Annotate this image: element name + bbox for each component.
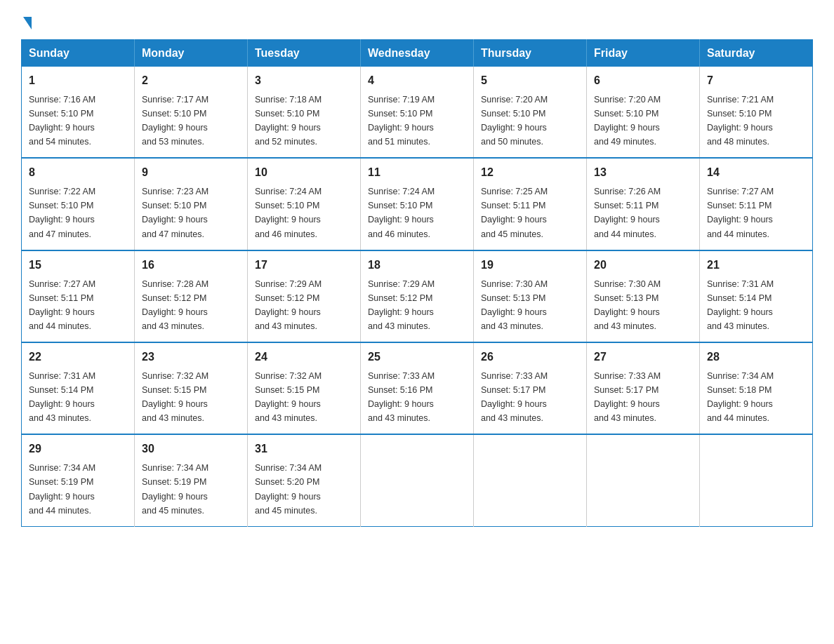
- day-number: 13: [594, 164, 692, 182]
- day-info: Sunrise: 7:18 AMSunset: 5:10 PMDaylight:…: [255, 95, 322, 147]
- calendar-cell: 13 Sunrise: 7:26 AMSunset: 5:11 PMDaylig…: [587, 158, 700, 250]
- day-number: 7: [707, 72, 805, 90]
- day-info: Sunrise: 7:27 AMSunset: 5:11 PMDaylight:…: [707, 187, 774, 239]
- calendar-cell: 21 Sunrise: 7:31 AMSunset: 5:14 PMDaylig…: [700, 250, 813, 342]
- day-number: 2: [142, 72, 240, 90]
- day-number: 15: [29, 257, 127, 274]
- calendar-cell: 22 Sunrise: 7:31 AMSunset: 5:14 PMDaylig…: [22, 342, 135, 434]
- day-number: 30: [142, 441, 240, 458]
- calendar-cell: [474, 434, 587, 526]
- calendar-cell: 19 Sunrise: 7:30 AMSunset: 5:13 PMDaylig…: [474, 250, 587, 342]
- calendar-cell: 8 Sunrise: 7:22 AMSunset: 5:10 PMDayligh…: [22, 158, 135, 250]
- calendar-week-row: 15 Sunrise: 7:27 AMSunset: 5:11 PMDaylig…: [22, 250, 813, 342]
- day-number: 22: [29, 349, 127, 366]
- day-number: 24: [255, 349, 353, 366]
- weekday-header-monday: Monday: [135, 40, 248, 67]
- calendar-cell: 7 Sunrise: 7:21 AMSunset: 5:10 PMDayligh…: [700, 67, 813, 158]
- day-info: Sunrise: 7:28 AMSunset: 5:12 PMDaylight:…: [142, 279, 208, 331]
- calendar-week-row: 8 Sunrise: 7:22 AMSunset: 5:10 PMDayligh…: [22, 158, 813, 250]
- day-number: 20: [594, 257, 692, 274]
- calendar-cell: 26 Sunrise: 7:33 AMSunset: 5:17 PMDaylig…: [474, 342, 587, 434]
- day-number: 29: [29, 441, 127, 458]
- calendar-cell: 9 Sunrise: 7:23 AMSunset: 5:10 PMDayligh…: [135, 158, 248, 250]
- day-info: Sunrise: 7:31 AMSunset: 5:14 PMDaylight:…: [29, 371, 95, 423]
- calendar-cell: 5 Sunrise: 7:20 AMSunset: 5:10 PMDayligh…: [474, 67, 587, 158]
- calendar-cell: 30 Sunrise: 7:34 AMSunset: 5:19 PMDaylig…: [135, 434, 248, 526]
- day-number: 19: [481, 257, 579, 274]
- weekday-header-row: SundayMondayTuesdayWednesdayThursdayFrid…: [22, 40, 813, 67]
- day-info: Sunrise: 7:33 AMSunset: 5:17 PMDaylight:…: [594, 371, 661, 423]
- calendar-cell: [700, 434, 813, 526]
- day-number: 8: [29, 164, 127, 182]
- calendar-cell: 28 Sunrise: 7:34 AMSunset: 5:18 PMDaylig…: [700, 342, 813, 434]
- day-number: 11: [368, 164, 466, 182]
- day-info: Sunrise: 7:23 AMSunset: 5:10 PMDaylight:…: [142, 187, 208, 239]
- page-header: [21, 14, 813, 28]
- calendar-cell: 4 Sunrise: 7:19 AMSunset: 5:10 PMDayligh…: [361, 67, 474, 158]
- calendar-cell: [361, 434, 474, 526]
- calendar-cell: 14 Sunrise: 7:27 AMSunset: 5:11 PMDaylig…: [700, 158, 813, 250]
- day-number: 4: [368, 72, 466, 90]
- weekday-header-sunday: Sunday: [22, 40, 135, 67]
- day-number: 1: [29, 72, 127, 90]
- day-info: Sunrise: 7:22 AMSunset: 5:10 PMDaylight:…: [29, 187, 95, 239]
- day-info: Sunrise: 7:34 AMSunset: 5:18 PMDaylight:…: [707, 371, 774, 423]
- calendar-table: SundayMondayTuesdayWednesdayThursdayFrid…: [21, 39, 813, 527]
- weekday-header-tuesday: Tuesday: [248, 40, 361, 67]
- day-info: Sunrise: 7:19 AMSunset: 5:10 PMDaylight:…: [368, 95, 435, 147]
- day-info: Sunrise: 7:17 AMSunset: 5:10 PMDaylight:…: [142, 95, 208, 147]
- day-number: 3: [255, 72, 353, 90]
- day-info: Sunrise: 7:20 AMSunset: 5:10 PMDaylight:…: [594, 95, 661, 147]
- day-number: 12: [481, 164, 579, 182]
- calendar-cell: 17 Sunrise: 7:29 AMSunset: 5:12 PMDaylig…: [248, 250, 361, 342]
- day-info: Sunrise: 7:24 AMSunset: 5:10 PMDaylight:…: [368, 187, 435, 239]
- day-number: 14: [707, 164, 805, 182]
- day-info: Sunrise: 7:34 AMSunset: 5:20 PMDaylight:…: [255, 463, 322, 515]
- day-info: Sunrise: 7:29 AMSunset: 5:12 PMDaylight:…: [368, 279, 435, 331]
- calendar-cell: 12 Sunrise: 7:25 AMSunset: 5:11 PMDaylig…: [474, 158, 587, 250]
- day-number: 5: [481, 72, 579, 90]
- day-number: 18: [368, 257, 466, 274]
- calendar-cell: 11 Sunrise: 7:24 AMSunset: 5:10 PMDaylig…: [361, 158, 474, 250]
- day-info: Sunrise: 7:21 AMSunset: 5:10 PMDaylight:…: [707, 95, 774, 147]
- day-info: Sunrise: 7:34 AMSunset: 5:19 PMDaylight:…: [142, 463, 208, 515]
- calendar-week-row: 1 Sunrise: 7:16 AMSunset: 5:10 PMDayligh…: [22, 67, 813, 158]
- day-number: 16: [142, 257, 240, 274]
- calendar-cell: 20 Sunrise: 7:30 AMSunset: 5:13 PMDaylig…: [587, 250, 700, 342]
- calendar-cell: 29 Sunrise: 7:34 AMSunset: 5:19 PMDaylig…: [22, 434, 135, 526]
- weekday-header-wednesday: Wednesday: [361, 40, 474, 67]
- day-info: Sunrise: 7:33 AMSunset: 5:17 PMDaylight:…: [481, 371, 548, 423]
- day-info: Sunrise: 7:27 AMSunset: 5:11 PMDaylight:…: [29, 279, 95, 331]
- day-number: 27: [594, 349, 692, 366]
- calendar-cell: 27 Sunrise: 7:33 AMSunset: 5:17 PMDaylig…: [587, 342, 700, 434]
- calendar-week-row: 22 Sunrise: 7:31 AMSunset: 5:14 PMDaylig…: [22, 342, 813, 434]
- day-info: Sunrise: 7:20 AMSunset: 5:10 PMDaylight:…: [481, 95, 548, 147]
- calendar-cell: 2 Sunrise: 7:17 AMSunset: 5:10 PMDayligh…: [135, 67, 248, 158]
- day-info: Sunrise: 7:29 AMSunset: 5:12 PMDaylight:…: [255, 279, 322, 331]
- calendar-week-row: 29 Sunrise: 7:34 AMSunset: 5:19 PMDaylig…: [22, 434, 813, 526]
- calendar-cell: 10 Sunrise: 7:24 AMSunset: 5:10 PMDaylig…: [248, 158, 361, 250]
- day-number: 28: [707, 349, 805, 366]
- day-info: Sunrise: 7:26 AMSunset: 5:11 PMDaylight:…: [594, 187, 661, 239]
- day-info: Sunrise: 7:34 AMSunset: 5:19 PMDaylight:…: [29, 463, 95, 515]
- day-info: Sunrise: 7:32 AMSunset: 5:15 PMDaylight:…: [255, 371, 322, 423]
- day-info: Sunrise: 7:31 AMSunset: 5:14 PMDaylight:…: [707, 279, 774, 331]
- day-number: 23: [142, 349, 240, 366]
- day-number: 9: [142, 164, 240, 182]
- weekday-header-thursday: Thursday: [474, 40, 587, 67]
- day-number: 25: [368, 349, 466, 366]
- logo-triangle-icon: [23, 17, 32, 29]
- day-number: 10: [255, 164, 353, 182]
- day-info: Sunrise: 7:30 AMSunset: 5:13 PMDaylight:…: [594, 279, 661, 331]
- day-number: 17: [255, 257, 353, 274]
- calendar-cell: 23 Sunrise: 7:32 AMSunset: 5:15 PMDaylig…: [135, 342, 248, 434]
- calendar-cell: 6 Sunrise: 7:20 AMSunset: 5:10 PMDayligh…: [587, 67, 700, 158]
- calendar-cell: 3 Sunrise: 7:18 AMSunset: 5:10 PMDayligh…: [248, 67, 361, 158]
- calendar-cell: 1 Sunrise: 7:16 AMSunset: 5:10 PMDayligh…: [22, 67, 135, 158]
- day-number: 6: [594, 72, 692, 90]
- calendar-cell: 16 Sunrise: 7:28 AMSunset: 5:12 PMDaylig…: [135, 250, 248, 342]
- calendar-cell: 15 Sunrise: 7:27 AMSunset: 5:11 PMDaylig…: [22, 250, 135, 342]
- calendar-cell: 25 Sunrise: 7:33 AMSunset: 5:16 PMDaylig…: [361, 342, 474, 434]
- day-info: Sunrise: 7:30 AMSunset: 5:13 PMDaylight:…: [481, 279, 548, 331]
- logo: [21, 14, 32, 28]
